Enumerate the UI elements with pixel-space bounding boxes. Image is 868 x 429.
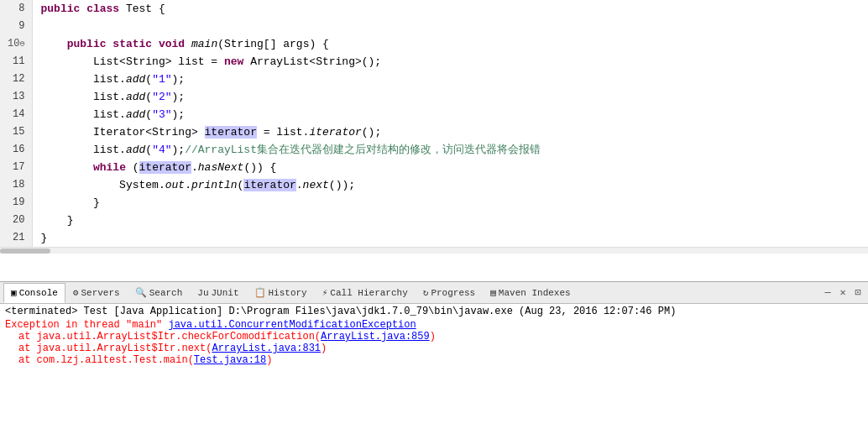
code-text: ());: [329, 179, 355, 191]
code-text: (: [145, 91, 152, 103]
line-number: 15: [0, 123, 32, 141]
code-text: );: [172, 144, 186, 156]
console-error-line: Exception in thread "main" java.util.Con…: [5, 319, 863, 331]
code-text: list.: [41, 108, 126, 121]
stack-text: at java.util.ArrayList$Itr.checkForComod…: [5, 331, 863, 343]
code-text: ArrayList<String>();: [243, 55, 381, 68]
stack-text: at java.util.ArrayList$Itr.next(ArrayLis…: [5, 343, 863, 354]
string-literal: "4": [152, 144, 171, 156]
code-line: public static void main(String[] args) {: [32, 35, 868, 53]
method-name: add: [126, 91, 145, 103]
code-text: System.: [41, 179, 165, 191]
code-text: = list.: [257, 126, 309, 139]
code-line: }: [32, 194, 868, 212]
code-line: System.out.println(iterator.next());: [32, 176, 868, 194]
code-text: .: [191, 161, 198, 174]
table-row: 14 list.add("3");: [0, 106, 868, 123]
scrollbar-thumb[interactable]: [0, 249, 50, 254]
table-row: 16 list.add("4");//ArrayList集合在迭代器创建之后对结…: [0, 141, 868, 159]
line-number: 13: [0, 88, 32, 106]
code-text: );: [172, 91, 186, 103]
table-row: 12 list.add("1");: [0, 71, 868, 88]
error-prefix: Exception in thread "main": [5, 319, 168, 331]
code-line: list.add("3");: [32, 106, 868, 123]
table-row: 18 System.out.println(iterator.next());: [0, 176, 868, 194]
line-number: 12: [0, 71, 32, 88]
stack-trace-line: at java.util.ArrayList$Itr.next(ArrayLis…: [5, 343, 863, 354]
table-row: 10⊖ public static void main(String[] arg…: [0, 35, 868, 53]
code-text: }: [41, 214, 74, 227]
close-button[interactable]: ✕: [836, 286, 850, 300]
line-number: 11: [0, 53, 32, 71]
code-text: [41, 161, 93, 174]
code-line: List<String> list = new ArrayList<String…: [32, 53, 868, 71]
exception-link[interactable]: java.util.ConcurrentModificationExceptio…: [168, 319, 416, 331]
method-name: add: [126, 108, 145, 121]
table-row: 13 list.add("2");: [0, 88, 868, 106]
table-row: 11 List<String> list = new ArrayList<Str…: [0, 53, 868, 71]
string-literal: "1": [152, 73, 171, 86]
string-literal: "2": [152, 91, 171, 103]
code-comment: //ArrayList集合在迭代器创建之后对结构的修改，访问迭代器将会报错: [185, 144, 541, 156]
tab-search[interactable]: 🔍Search: [128, 283, 191, 303]
code-table: 8public class Test {910⊖ public static v…: [0, 0, 868, 247]
method-name: add: [126, 73, 145, 86]
keyword: void: [159, 38, 185, 50]
tab-bar-actions: — ✕ ⊡: [821, 286, 865, 300]
tab-call-hierarchy[interactable]: ⚡Call Hierarchy: [315, 283, 416, 303]
code-text: );: [172, 108, 186, 121]
code-editor[interactable]: 8public class Test {910⊖ public static v…: [0, 0, 868, 282]
stack-link[interactable]: ArrayList.java:859: [321, 331, 430, 343]
code-text: [185, 38, 191, 50]
bottom-panel: ▣Console⚙Servers🔍SearchJuJUnit📋History⚡C…: [0, 282, 868, 429]
console-status: <terminated> Test [Java Application] D:\…: [5, 306, 863, 317]
tab-bar: ▣Console⚙Servers🔍SearchJuJUnit📋History⚡C…: [0, 282, 868, 304]
stack-link[interactable]: Test.java:18: [194, 354, 266, 366]
progress-icon: ↻: [423, 287, 429, 298]
code-text: ()) {: [243, 161, 276, 174]
highlighted-token: iterator: [139, 161, 191, 174]
servers-label: Servers: [81, 288, 119, 298]
code-text: list.: [41, 91, 126, 103]
console-content[interactable]: <terminated> Test [Java Application] D:\…: [0, 304, 868, 429]
keyword: while: [93, 161, 126, 174]
code-text: .: [296, 179, 303, 191]
code-text: (: [145, 144, 152, 156]
code-text: (: [126, 161, 139, 174]
maximize-button[interactable]: ⊡: [851, 286, 865, 300]
stack-trace-line: at com.lzj.alltest.Test.main(Test.java:1…: [5, 354, 863, 366]
code-line: while (iterator.hasNext()) {: [32, 159, 868, 176]
tab-history[interactable]: 📋History: [247, 283, 315, 303]
table-row: 8public class Test {: [0, 0, 868, 18]
minimize-button[interactable]: —: [821, 286, 834, 300]
line-number: 18: [0, 176, 32, 194]
keyword: new: [224, 55, 243, 68]
code-text: [80, 3, 86, 15]
code-line: [32, 18, 868, 35]
tab-junit[interactable]: JuJUnit: [190, 283, 246, 303]
call-hierarchy-icon: ⚡: [322, 287, 328, 298]
code-text: );: [172, 73, 186, 86]
table-row: 9: [0, 18, 868, 35]
method-name: hasNext: [198, 161, 244, 174]
tab-progress[interactable]: ↻Progress: [416, 283, 483, 303]
tab-maven-indexes[interactable]: ▤Maven Indexes: [483, 283, 578, 303]
search-label: Search: [149, 288, 183, 298]
code-text: (: [145, 73, 152, 86]
code-text: [41, 38, 67, 50]
tab-servers[interactable]: ⚙Servers: [65, 283, 128, 303]
history-icon: 📋: [254, 287, 266, 298]
history-label: History: [269, 288, 307, 298]
code-line: list.add("2");: [32, 88, 868, 106]
code-text: }: [41, 232, 48, 244]
string-literal: "3": [152, 108, 171, 121]
code-text: Test {: [119, 3, 165, 15]
horizontal-scrollbar[interactable]: [0, 247, 868, 254]
code-text: .: [185, 179, 191, 191]
code-text: list.: [41, 73, 126, 86]
line-number: 19: [0, 194, 32, 212]
stack-link[interactable]: ArrayList.java:831: [212, 343, 321, 354]
tab-console[interactable]: ▣Console: [3, 283, 65, 303]
method-name: iterator: [309, 126, 361, 139]
line-number: 9: [0, 18, 32, 35]
